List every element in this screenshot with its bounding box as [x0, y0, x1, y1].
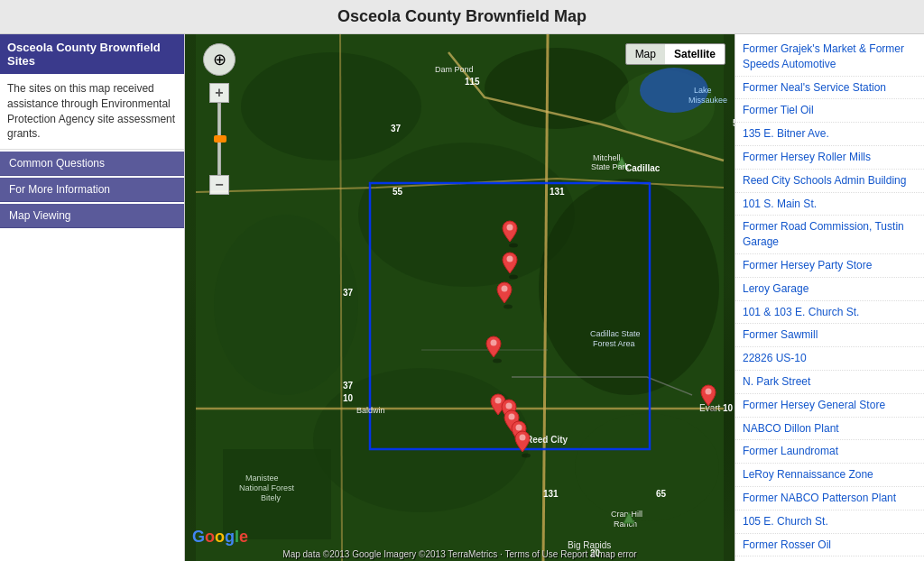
site-link[interactable]: 105 E. Church St.	[735, 510, 924, 534]
map-attribution: Map data ©2013 Google Imagery ©2013 Terr…	[185, 549, 735, 559]
zoom-in-button[interactable]: +	[209, 83, 229, 103]
site-link[interactable]: 101 & 103 E. Church St.	[735, 301, 924, 325]
site-link[interactable]: 101 S. Main St.	[735, 193, 924, 216]
map-view-button[interactable]: Map	[626, 44, 665, 64]
site-link[interactable]: Former Hersey Party Store	[735, 254, 924, 278]
map-background	[185, 34, 735, 561]
sidebar-description: The sites on this map received assistanc…	[0, 74, 184, 150]
site-link[interactable]: Reed City Schools Admin Building	[735, 170, 924, 193]
site-link[interactable]: Former NABCO Patterson Plant	[735, 487, 924, 510]
site-link[interactable]: Former Hersey General Store	[735, 394, 924, 418]
sidebar-item-map-viewing[interactable]: Map Viewing	[0, 204, 184, 228]
site-link[interactable]: Former Neal's Service Station	[735, 77, 924, 100]
sidebar-nav: Common Questions For More Information Ma…	[0, 150, 184, 230]
page-title: Osceola County Brownfield Map	[0, 0, 924, 34]
right-panel: Former Grajek's Market & Former Speeds A…	[735, 34, 924, 561]
site-link[interactable]: Former Hersey Roller Mills	[735, 146, 924, 170]
site-link[interactable]: Former Sawmill	[735, 324, 924, 347]
satellite-view-button[interactable]: Satellite	[665, 44, 725, 64]
zoom-out-button[interactable]: −	[209, 175, 229, 195]
map-type-toggle: Map Satellite	[625, 43, 725, 65]
map-area[interactable]: Manistee National Forest Bitely Dam Pond…	[185, 34, 735, 561]
map-controls: ⊕ + −	[203, 43, 236, 195]
site-link[interactable]: Former Road Commission, Tustin Garage	[735, 216, 924, 254]
site-link[interactable]: Former Tiel Oil	[735, 99, 924, 123]
google-logo: Google	[192, 528, 248, 547]
site-link[interactable]: Former Grajek's Market & Former Speeds A…	[735, 38, 924, 77]
sidebar-item-common-questions[interactable]: Common Questions	[0, 152, 184, 176]
compass-control[interactable]: ⊕	[203, 43, 236, 76]
site-link[interactable]: LeRoy Rennaissance Zone	[735, 464, 924, 487]
sidebar-item-more-info[interactable]: For More Information	[0, 178, 184, 202]
zoom-slider-thumb[interactable]	[214, 135, 226, 143]
sidebar: Osceola County Brownfield Sites The site…	[0, 34, 185, 561]
zoom-controls: + −	[209, 83, 229, 195]
sidebar-header: Osceola County Brownfield Sites	[0, 34, 184, 74]
zoom-slider-track[interactable]	[217, 103, 221, 175]
site-link[interactable]: Former Laundromat	[735, 440, 924, 464]
site-link[interactable]: Former Rosser Oil	[735, 534, 924, 557]
site-link[interactable]: 22826 US-10	[735, 347, 924, 371]
site-link[interactable]: NABCO Dillon Plant	[735, 418, 924, 441]
site-link[interactable]: 135 E. Bitner Ave.	[735, 123, 924, 146]
main-layout: Osceola County Brownfield Sites The site…	[0, 34, 924, 561]
site-link[interactable]: N. Park Street	[735, 371, 924, 394]
site-link[interactable]: Leroy Garage	[735, 278, 924, 301]
